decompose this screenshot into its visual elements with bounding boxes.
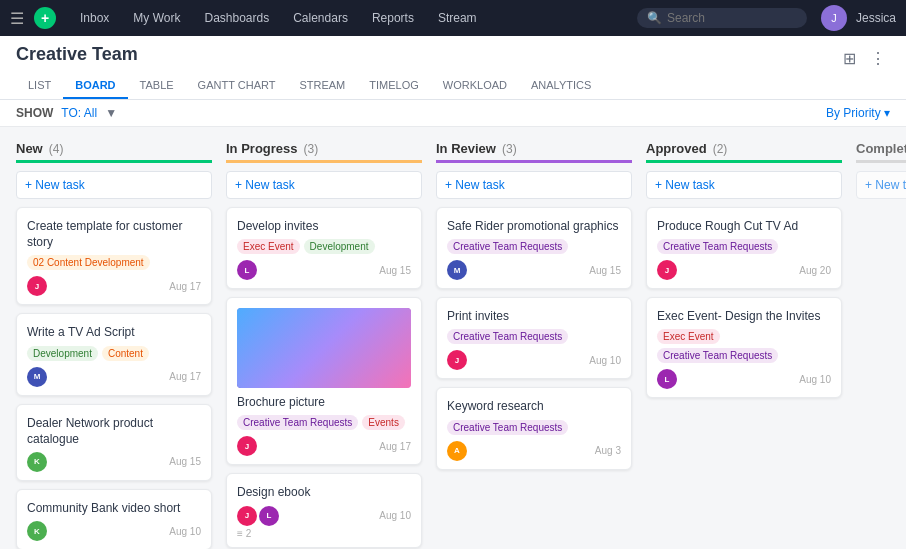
- card-date: Aug 15: [589, 265, 621, 276]
- sort-by-priority[interactable]: By Priority ▾: [826, 106, 890, 120]
- card-title: Keyword research: [447, 398, 621, 414]
- avatar-row: J: [657, 260, 677, 280]
- task-card[interactable]: Brochure pictureCreative Team RequestsEv…: [226, 297, 422, 465]
- top-navigation: ☰ + Inbox My Work Dashboards Calendars R…: [0, 0, 906, 36]
- avatar-row: L: [657, 369, 677, 389]
- card-footer: JLAug 10: [237, 506, 411, 526]
- card-footer: JAug 17: [27, 276, 201, 296]
- card-date: Aug 10: [169, 526, 201, 537]
- avatar[interactable]: J: [821, 5, 847, 31]
- column-count: (3): [502, 142, 517, 156]
- card-title: Safe Rider promotional graphics: [447, 218, 621, 234]
- avatar: M: [27, 367, 47, 387]
- column-count: (3): [304, 142, 319, 156]
- card-tags: Creative Team Requests: [447, 420, 621, 435]
- task-card[interactable]: Write a TV Ad ScriptDevelopmentContentMA…: [16, 313, 212, 395]
- nav-inbox[interactable]: Inbox: [70, 7, 119, 29]
- card-footer: JAug 17: [237, 436, 411, 456]
- avatar: J: [237, 436, 257, 456]
- more-options-icon[interactable]: ⋮: [866, 47, 890, 70]
- column-header-progress: In Progress(3): [226, 141, 422, 163]
- subtask-indicator: ≡2: [237, 528, 411, 539]
- avatar-row: M: [27, 367, 47, 387]
- task-card[interactable]: Community Bank video shortKAug 10: [16, 489, 212, 549]
- card-tags: Exec EventCreative Team Requests: [657, 329, 831, 363]
- nav-calendars[interactable]: Calendars: [283, 7, 358, 29]
- card-date: Aug 10: [589, 355, 621, 366]
- tab-gantt[interactable]: GANTT CHART: [186, 73, 288, 99]
- task-card[interactable]: Develop invitesExec EventDevelopmentLAug…: [226, 207, 422, 289]
- task-card[interactable]: Print invitesCreative Team RequestsJAug …: [436, 297, 632, 379]
- card-tags: 02 Content Development: [27, 255, 201, 270]
- tab-analytics[interactable]: ANALYTICS: [519, 73, 603, 99]
- avatar: J: [237, 506, 257, 526]
- avatar-row: JL: [237, 506, 279, 526]
- avatar: L: [237, 260, 257, 280]
- task-card[interactable]: Design ebookJLAug 10≡2: [226, 473, 422, 547]
- card-date: Aug 17: [379, 441, 411, 452]
- search-icon: 🔍: [647, 11, 662, 25]
- card-date: Aug 17: [169, 371, 201, 382]
- task-card[interactable]: Keyword researchCreative Team RequestsAA…: [436, 387, 632, 469]
- view-tabs: LIST BOARD TABLE GANTT CHART STREAM TIME…: [16, 73, 890, 99]
- card-tag: Creative Team Requests: [657, 348, 778, 363]
- tab-board[interactable]: BOARD: [63, 73, 127, 99]
- card-footer: MAug 17: [27, 367, 201, 387]
- avatar: J: [447, 350, 467, 370]
- column-title: Completed: [856, 141, 906, 156]
- nav-stream[interactable]: Stream: [428, 7, 487, 29]
- task-card[interactable]: Produce Rough Cut TV AdCreative Team Req…: [646, 207, 842, 289]
- card-tag: Development: [304, 239, 375, 254]
- card-title: Community Bank video short: [27, 500, 201, 516]
- page-title: Creative Team: [16, 44, 138, 73]
- card-footer: KAug 15: [27, 452, 201, 472]
- card-footer: KAug 10: [27, 521, 201, 541]
- nav-reports[interactable]: Reports: [362, 7, 424, 29]
- tab-timelog[interactable]: TIMELOG: [357, 73, 431, 99]
- search-input[interactable]: [667, 11, 797, 25]
- filter-bar: SHOW TO: All ▼ By Priority ▾: [0, 100, 906, 127]
- card-tag: Development: [27, 346, 98, 361]
- tab-stream[interactable]: STREAM: [287, 73, 357, 99]
- tab-list[interactable]: LIST: [16, 73, 63, 99]
- column-review: In Review(3)+ New taskSafe Rider promoti…: [436, 141, 632, 538]
- column-header-approved: Approved(2): [646, 141, 842, 163]
- hamburger-menu-icon[interactable]: ☰: [10, 9, 24, 28]
- card-footer: LAug 10: [657, 369, 831, 389]
- tab-workload[interactable]: WORKLOAD: [431, 73, 519, 99]
- avatar-row: L: [237, 260, 257, 280]
- task-card[interactable]: Exec Event- Design the InvitesExec Event…: [646, 297, 842, 398]
- avatar: J: [27, 276, 47, 296]
- card-image: [237, 308, 411, 388]
- card-title: Develop invites: [237, 218, 411, 234]
- tab-table[interactable]: TABLE: [128, 73, 186, 99]
- new-task-button-progress[interactable]: + New task: [226, 171, 422, 199]
- new-task-button-completed[interactable]: + New task: [856, 171, 906, 199]
- avatar-row: J: [237, 436, 257, 456]
- task-card[interactable]: Create template for customer story02 Con…: [16, 207, 212, 305]
- avatar: K: [27, 521, 47, 541]
- search-bar: 🔍: [637, 8, 807, 28]
- column-progress: In Progress(3)+ New taskDevelop invitesE…: [226, 141, 422, 538]
- avatar-row: A: [447, 441, 467, 461]
- grid-view-icon[interactable]: ⊞: [839, 47, 860, 70]
- task-card[interactable]: Dealer Network product catalogueKAug 15: [16, 404, 212, 481]
- nav-dashboards[interactable]: Dashboards: [194, 7, 279, 29]
- card-date: Aug 15: [169, 456, 201, 467]
- card-title: Design ebook: [237, 484, 411, 500]
- card-tag: Exec Event: [237, 239, 300, 254]
- new-task-button-approved[interactable]: + New task: [646, 171, 842, 199]
- card-tag: Content: [102, 346, 149, 361]
- new-task-button-new[interactable]: + New task: [16, 171, 212, 199]
- column-header-review: In Review(3): [436, 141, 632, 163]
- task-card[interactable]: Safe Rider promotional graphicsCreative …: [436, 207, 632, 289]
- filter-to-all[interactable]: TO: All: [61, 106, 97, 120]
- card-title: Write a TV Ad Script: [27, 324, 201, 340]
- card-tag: Creative Team Requests: [447, 239, 568, 254]
- card-footer: MAug 15: [447, 260, 621, 280]
- new-task-button-review[interactable]: + New task: [436, 171, 632, 199]
- avatar: A: [447, 441, 467, 461]
- filter-icon[interactable]: ▼: [105, 106, 117, 120]
- column-new: New(4)+ New taskCreate template for cust…: [16, 141, 212, 538]
- nav-my-work[interactable]: My Work: [123, 7, 190, 29]
